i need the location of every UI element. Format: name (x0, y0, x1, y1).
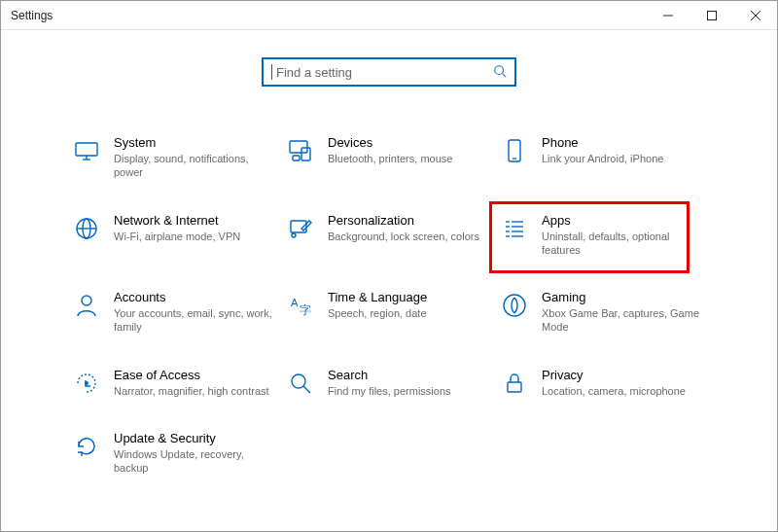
tile-desc: Speech, region, date (328, 306, 491, 320)
svg-text:A: A (291, 297, 299, 308)
paint-icon (287, 215, 314, 242)
tile-title: Update & Security (114, 431, 277, 445)
tile-accounts[interactable]: Accounts Your accounts, email, sync, wor… (73, 290, 277, 335)
tile-privacy[interactable]: Privacy Location, camera, microphone (501, 368, 705, 398)
tile-devices[interactable]: Devices Bluetooth, printers, mouse (287, 135, 491, 180)
tile-desc: Your accounts, email, sync, work, family (114, 306, 277, 335)
tile-desc: Uninstall, defaults, optional features (542, 230, 705, 258)
tile-network[interactable]: Network & Internet Wi-Fi, airplane mode,… (73, 213, 277, 258)
tile-update-security[interactable]: Update & Security Windows Update, recove… (73, 431, 277, 476)
tile-desc: Wi-Fi, airplane mode, VPN (114, 230, 277, 243)
search-icon (493, 64, 507, 81)
maximize-button[interactable] (690, 1, 733, 29)
close-button[interactable] (733, 1, 777, 29)
tile-title: Phone (542, 135, 705, 150)
display-icon (73, 137, 100, 164)
devices-icon (287, 137, 314, 164)
svg-rect-1 (707, 11, 716, 19)
tile-title: Accounts (114, 290, 277, 304)
tile-apps[interactable]: Apps Uninstall, defaults, optional featu… (501, 213, 705, 258)
tile-title: Search (328, 368, 491, 382)
tile-ease-of-access[interactable]: Ease of Access Narrator, magnifier, high… (73, 368, 277, 398)
tile-desc: Link your Android, iPhone (542, 152, 705, 165)
svg-rect-10 (301, 148, 310, 160)
svg-line-33 (303, 386, 310, 393)
svg-line-5 (503, 73, 507, 77)
tile-system[interactable]: System Display, sound, notifications, po… (73, 135, 277, 180)
tile-search[interactable]: Search Find my files, permissions (287, 368, 491, 398)
settings-home: System Display, sound, notifications, po… (1, 30, 777, 476)
tile-title: Gaming (542, 290, 705, 304)
tile-title: Personalization (328, 213, 491, 228)
search-input[interactable] (274, 64, 493, 81)
tile-title: Devices (328, 135, 491, 150)
search-box[interactable] (262, 57, 516, 87)
minimize-button[interactable] (646, 1, 690, 29)
text-caret (271, 64, 272, 80)
update-icon (73, 433, 100, 460)
phone-icon (501, 137, 528, 164)
svg-point-32 (292, 374, 305, 388)
apps-icon (501, 215, 528, 242)
tile-title: System (114, 135, 277, 150)
tile-desc: Display, sound, notifications, power (114, 152, 277, 180)
tile-title: Apps (542, 213, 705, 228)
tile-gaming[interactable]: Gaming Xbox Game Bar, captures, Game Mod… (501, 290, 705, 335)
tile-desc: Bluetooth, printers, mouse (328, 152, 491, 165)
gaming-icon (501, 292, 528, 319)
tile-personalization[interactable]: Personalization Background, lock screen,… (287, 213, 491, 258)
svg-rect-6 (76, 143, 97, 156)
ease-icon (73, 370, 100, 397)
tile-desc: Background, lock screen, colors (328, 230, 491, 243)
lock-icon (501, 370, 528, 397)
tile-desc: Find my files, permissions (328, 384, 491, 398)
tile-title: Time & Language (328, 290, 491, 304)
tile-title: Privacy (542, 368, 705, 382)
svg-text:字: 字 (300, 303, 311, 317)
tile-desc: Windows Update, recovery, backup (114, 447, 277, 476)
svg-rect-9 (290, 141, 307, 153)
svg-point-31 (85, 381, 88, 385)
search-wrap (1, 57, 777, 87)
window-controls (646, 1, 777, 29)
tile-desc: Location, camera, microphone (542, 384, 705, 398)
svg-point-4 (495, 65, 504, 74)
tile-time-language[interactable]: A字 Time & Language Speech, region, date (287, 290, 491, 335)
svg-rect-34 (508, 382, 521, 392)
tile-desc: Narrator, magnifier, high contrast (114, 384, 277, 398)
svg-point-27 (82, 296, 91, 305)
tile-title: Ease of Access (114, 368, 277, 382)
globe-icon (73, 215, 100, 242)
svg-rect-11 (293, 156, 300, 160)
language-icon: A字 (287, 292, 314, 319)
tile-desc: Xbox Game Bar, captures, Game Mode (542, 306, 705, 335)
magnifier-icon (287, 370, 314, 397)
person-icon (73, 292, 100, 319)
settings-grid: System Display, sound, notifications, po… (1, 135, 777, 476)
tile-title: Network & Internet (114, 213, 277, 228)
window-title: Settings (1, 9, 53, 22)
window-titlebar: Settings (1, 1, 777, 30)
svg-point-18 (292, 233, 296, 237)
tile-phone[interactable]: Phone Link your Android, iPhone (501, 135, 705, 180)
